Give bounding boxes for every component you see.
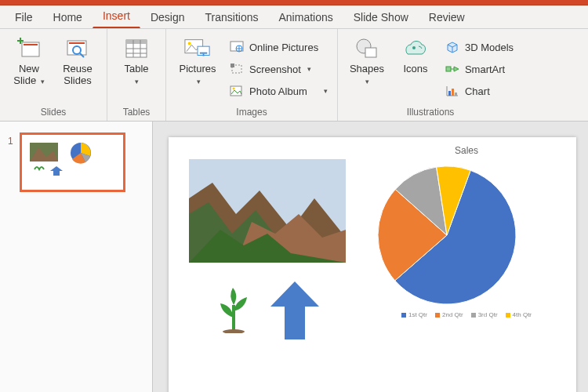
reuse-slides-button[interactable]: Reuse Slides (56, 34, 99, 89)
app-window: File Home Insert Design Transitions Anim… (0, 0, 588, 392)
svg-rect-22 (230, 64, 234, 67)
group-illustrations: Shapes▾ Icons 3D Models (338, 29, 523, 121)
smartart-icon (445, 61, 460, 77)
slide-plant-icon[interactable] (214, 286, 253, 333)
new-slide-label: New Slide ▾ (13, 64, 45, 87)
screenshot-label: Screenshot (249, 64, 301, 75)
pictures-icon (184, 35, 211, 62)
slide-arrow-shape[interactable] (267, 280, 322, 343)
svg-rect-1 (24, 44, 38, 45)
svg-rect-5 (69, 42, 85, 44)
group-tables-label: Tables (115, 105, 158, 121)
chart-icon (445, 83, 460, 99)
tab-design[interactable]: Design (140, 5, 195, 28)
svg-point-27 (412, 46, 416, 49)
tab-file[interactable]: File (5, 5, 43, 28)
tab-transitions[interactable]: Transitions (195, 5, 269, 28)
group-slides-label: Slides (8, 105, 99, 121)
table-label: Table▾ (124, 64, 148, 87)
svg-rect-17 (200, 53, 207, 54)
svg-marker-45 (270, 281, 319, 339)
cube-icon (445, 39, 460, 55)
group-images: Pictures▾ Online Pictures Screenshot▾ (166, 29, 338, 121)
chart-legend: 1st Qtr2nd Qtr3rd Qtr4th Qtr (365, 311, 568, 318)
pictures-button[interactable]: Pictures▾ (174, 34, 221, 89)
svg-marker-38 (50, 166, 63, 176)
photo-album-icon (229, 83, 245, 99)
svg-rect-26 (365, 48, 376, 57)
svg-rect-18 (203, 54, 205, 56)
shapes-button[interactable]: Shapes▾ (346, 34, 388, 89)
online-pictures-label: Online Pictures (249, 42, 318, 53)
tab-review[interactable]: Review (419, 5, 475, 28)
chart-label: Chart (465, 85, 490, 97)
ribbon-tabstrip: File Home Insert Design Transitions Anim… (0, 5, 588, 29)
icons-label: Icons (403, 64, 427, 75)
smartart-label: SmartArt (465, 64, 505, 75)
ribbon: New Slide ▾ Reuse Slides Slides (0, 29, 588, 122)
photo-album-button[interactable]: Photo Album ▾ (227, 81, 329, 101)
slide-pie-chart[interactable]: Sales 1st Qtr2nd Qtr3rd Qtr4th Qtr (365, 145, 568, 349)
slide-editor[interactable]: Sales 1st Qtr2nd Qtr3rd Qtr4th Qtr (153, 122, 588, 392)
tab-insert[interactable]: Insert (93, 4, 140, 28)
icons-button[interactable]: Icons (394, 34, 437, 77)
svg-rect-28 (446, 67, 451, 71)
reuse-slides-label: Reuse Slides (63, 64, 93, 87)
3d-models-button[interactable]: 3D Models (443, 37, 515, 57)
tab-home[interactable]: Home (43, 5, 93, 28)
table-button[interactable]: Table▾ (115, 34, 158, 89)
svg-rect-33 (452, 89, 454, 96)
tab-slideshow[interactable]: Slide Show (343, 5, 419, 28)
reuse-slides-icon (64, 35, 91, 62)
tab-animations[interactable]: Animations (268, 5, 343, 28)
table-icon (123, 35, 150, 62)
svg-point-44 (223, 329, 245, 333)
slide-number: 1 (8, 132, 13, 147)
group-slides: New Slide ▾ Reuse Slides Slides (0, 29, 107, 121)
slide-thumbnail-1[interactable]: 1 (8, 132, 144, 192)
pictures-label: Pictures▾ (180, 64, 216, 87)
group-tables: Table▾ Tables (107, 29, 166, 121)
group-illustrations-label: Illustrations (346, 105, 515, 121)
svg-marker-29 (454, 67, 459, 71)
chart-title: Sales (365, 145, 568, 161)
group-images-label: Images (174, 105, 329, 121)
slide-canvas[interactable]: Sales 1st Qtr2nd Qtr3rd Qtr4th Qtr (169, 137, 576, 392)
chart-button[interactable]: Chart (443, 81, 515, 101)
online-pictures-icon (229, 39, 245, 55)
photo-album-label: Photo Album (249, 85, 307, 97)
svg-rect-32 (448, 91, 451, 96)
shapes-label: Shapes▾ (350, 64, 384, 87)
3d-models-label: 3D Models (465, 42, 514, 53)
thumbnail-pane: 1 (0, 122, 153, 392)
shapes-icon (354, 35, 380, 62)
workspace: 1 (0, 122, 588, 392)
screenshot-icon (229, 61, 245, 77)
screenshot-button[interactable]: Screenshot▾ (227, 59, 329, 79)
svg-rect-34 (455, 93, 457, 96)
slide-picture[interactable] (189, 159, 346, 263)
svg-rect-9 (126, 40, 147, 44)
icons-icon (402, 35, 429, 62)
new-slide-icon (16, 35, 42, 62)
svg-point-15 (188, 42, 191, 45)
new-slide-button[interactable]: New Slide ▾ (8, 34, 50, 89)
title-bar (0, 0, 588, 5)
svg-point-24 (233, 88, 235, 90)
online-pictures-button[interactable]: Online Pictures (227, 37, 329, 57)
pie-chart-svg (365, 161, 529, 310)
smartart-button[interactable]: SmartArt (443, 59, 515, 79)
